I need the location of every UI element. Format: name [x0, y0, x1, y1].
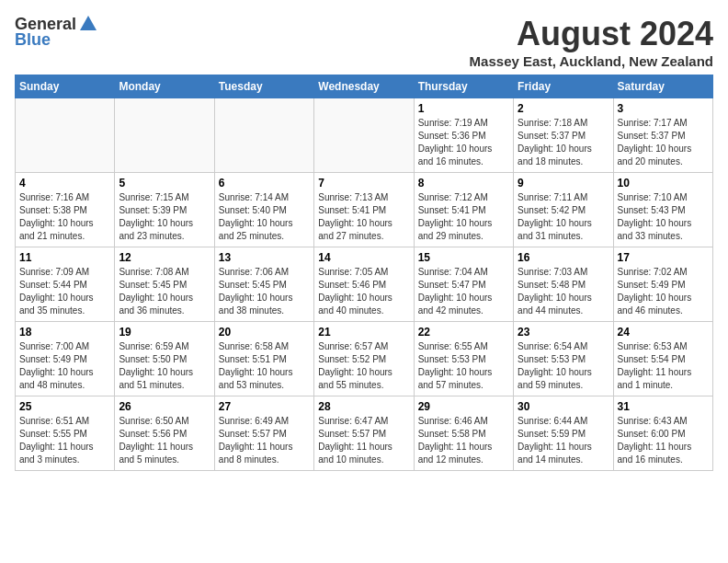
day-info: Sunrise: 7:02 AMSunset: 5:49 PMDaylight:… [618, 266, 709, 317]
calendar-day-cell: 22Sunrise: 6:55 AMSunset: 5:53 PMDayligh… [414, 322, 513, 396]
calendar-week-row: 4Sunrise: 7:16 AMSunset: 5:38 PMDaylight… [16, 173, 713, 247]
day-info: Sunrise: 7:18 AMSunset: 5:37 PMDaylight:… [518, 117, 609, 168]
day-info-line: and 31 minutes. [518, 231, 583, 241]
day-number: 17 [618, 251, 709, 264]
logo-blue-text: Blue [15, 30, 51, 50]
day-info: Sunrise: 7:15 AMSunset: 5:39 PMDaylight:… [119, 191, 210, 243]
day-info-line: and 14 minutes. [518, 454, 583, 465]
day-number: 27 [219, 400, 310, 413]
day-info-line: Sunrise: 7:02 AM [618, 267, 688, 277]
day-info-line: Sunrise: 7:13 AM [318, 192, 388, 202]
day-number: 5 [119, 177, 210, 190]
calendar-header-row: SundayMondayTuesdayWednesdayThursdayFrid… [16, 75, 713, 98]
day-info-line: Daylight: 11 hours [19, 442, 94, 452]
day-info-line: Sunset: 5:37 PM [518, 131, 586, 141]
day-info-line: Daylight: 10 hours [318, 367, 392, 377]
day-info-line: Daylight: 11 hours [618, 367, 692, 377]
day-info-line: Sunrise: 7:04 AM [418, 267, 488, 277]
calendar-day-cell [16, 98, 115, 173]
day-info: Sunrise: 7:05 AMSunset: 5:46 PMDaylight:… [318, 266, 409, 317]
day-info-line: Daylight: 10 hours [19, 367, 94, 377]
calendar-day-cell: 16Sunrise: 7:03 AMSunset: 5:48 PMDayligh… [514, 247, 613, 322]
calendar-day-cell: 17Sunrise: 7:02 AMSunset: 5:49 PMDayligh… [613, 247, 712, 322]
calendar-day-cell: 27Sunrise: 6:49 AMSunset: 5:57 PMDayligh… [214, 396, 313, 471]
day-info-line: Sunrise: 6:51 AM [19, 416, 89, 426]
day-info-line: Daylight: 10 hours [518, 293, 592, 303]
day-number: 10 [618, 177, 709, 190]
page-header: General Blue August 2024 Massey East, Au… [15, 15, 713, 69]
day-number: 23 [518, 326, 609, 339]
day-info: Sunrise: 6:53 AMSunset: 5:54 PMDaylight:… [618, 340, 709, 392]
day-number: 8 [418, 177, 509, 190]
day-number: 1 [418, 102, 509, 115]
day-info-line: Daylight: 10 hours [418, 293, 493, 303]
day-info-line: Sunrise: 6:57 AM [318, 341, 388, 351]
day-number: 3 [618, 102, 709, 115]
calendar-day-cell [314, 98, 414, 173]
calendar-day-cell: 25Sunrise: 6:51 AMSunset: 5:55 PMDayligh… [16, 396, 115, 471]
calendar-day-cell: 13Sunrise: 7:06 AMSunset: 5:45 PMDayligh… [214, 247, 313, 322]
day-info-line: and 35 minutes. [19, 305, 85, 316]
day-info-line: Daylight: 10 hours [19, 293, 94, 303]
day-number: 15 [418, 251, 509, 264]
calendar-day-cell: 3Sunrise: 7:17 AMSunset: 5:37 PMDaylight… [613, 98, 712, 173]
day-info: Sunrise: 7:17 AMSunset: 5:37 PMDaylight:… [618, 117, 709, 168]
day-info-line: Daylight: 10 hours [418, 144, 493, 154]
day-info-line: Daylight: 11 hours [219, 442, 293, 452]
day-info-line: Sunset: 5:38 PM [19, 205, 87, 215]
day-info-line: and 10 minutes. [318, 454, 383, 465]
day-info: Sunrise: 7:12 AMSunset: 5:41 PMDaylight:… [418, 191, 509, 243]
calendar-day-cell: 23Sunrise: 6:54 AMSunset: 5:53 PMDayligh… [514, 322, 613, 396]
day-info: Sunrise: 7:09 AMSunset: 5:44 PMDaylight:… [19, 266, 110, 317]
calendar-day-cell: 6Sunrise: 7:14 AMSunset: 5:40 PMDaylight… [214, 173, 313, 247]
day-info-line: Sunrise: 6:49 AM [219, 416, 289, 426]
day-number: 13 [219, 251, 310, 264]
day-info-line: Sunrise: 7:15 AM [119, 192, 188, 202]
calendar-day-cell: 19Sunrise: 6:59 AMSunset: 5:50 PMDayligh… [115, 322, 214, 396]
day-info-line: Sunset: 6:00 PM [618, 429, 686, 439]
day-info-line: and 12 minutes. [418, 454, 483, 465]
day-info-line: Sunrise: 6:59 AM [119, 341, 188, 351]
day-info-line: Sunrise: 7:00 AM [19, 341, 89, 351]
calendar-day-cell: 18Sunrise: 7:00 AMSunset: 5:49 PMDayligh… [16, 322, 115, 396]
day-info-line: and 8 minutes. [219, 454, 279, 465]
day-info-line: Daylight: 10 hours [219, 367, 293, 377]
day-info-line: Sunrise: 7:16 AM [19, 192, 89, 202]
day-info-line: Sunset: 5:53 PM [418, 354, 486, 364]
day-number: 7 [318, 177, 409, 190]
day-info-line: Sunset: 5:41 PM [318, 205, 386, 215]
day-info-line: Daylight: 10 hours [119, 367, 193, 377]
day-info-line: Sunset: 5:54 PM [618, 354, 686, 364]
day-number: 16 [518, 251, 609, 264]
day-info-line: Sunrise: 6:46 AM [418, 416, 488, 426]
day-info-line: Sunrise: 7:17 AM [618, 118, 688, 128]
calendar-week-row: 11Sunrise: 7:09 AMSunset: 5:44 PMDayligh… [16, 247, 713, 322]
day-info-line: Daylight: 10 hours [219, 218, 293, 228]
day-info-line: and 55 minutes. [318, 380, 383, 390]
day-number: 29 [418, 400, 509, 413]
weekday-header: Friday [514, 75, 613, 98]
day-info-line: Daylight: 10 hours [618, 293, 692, 303]
day-info-line: and 23 minutes. [119, 231, 184, 241]
day-info: Sunrise: 6:43 AMSunset: 6:00 PMDaylight:… [618, 415, 709, 466]
day-info-line: Sunset: 5:41 PM [418, 205, 486, 215]
calendar-day-cell: 30Sunrise: 6:44 AMSunset: 5:59 PMDayligh… [514, 396, 613, 471]
day-info-line: Sunset: 5:42 PM [518, 205, 586, 215]
day-info-line: Sunset: 5:56 PM [119, 429, 187, 439]
day-info-line: Sunrise: 6:50 AM [119, 416, 188, 426]
day-info: Sunrise: 6:50 AMSunset: 5:56 PMDaylight:… [119, 415, 210, 466]
day-number: 21 [318, 326, 409, 339]
day-info-line: Sunset: 5:59 PM [518, 429, 586, 439]
day-info-line: Sunset: 5:47 PM [418, 280, 486, 290]
day-info: Sunrise: 6:49 AMSunset: 5:57 PMDaylight:… [219, 415, 310, 466]
day-info-line: Sunrise: 7:11 AM [518, 192, 587, 202]
day-info-line: Sunset: 5:39 PM [119, 205, 187, 215]
day-info: Sunrise: 6:58 AMSunset: 5:51 PMDaylight:… [219, 340, 310, 392]
day-info: Sunrise: 6:44 AMSunset: 5:59 PMDaylight:… [518, 415, 609, 466]
calendar-day-cell [115, 98, 214, 173]
day-number: 25 [19, 400, 110, 413]
day-info-line: and 27 minutes. [318, 231, 383, 241]
day-info-line: Daylight: 11 hours [318, 442, 392, 452]
day-number: 26 [119, 400, 210, 413]
day-info-line: and 5 minutes. [119, 454, 179, 465]
